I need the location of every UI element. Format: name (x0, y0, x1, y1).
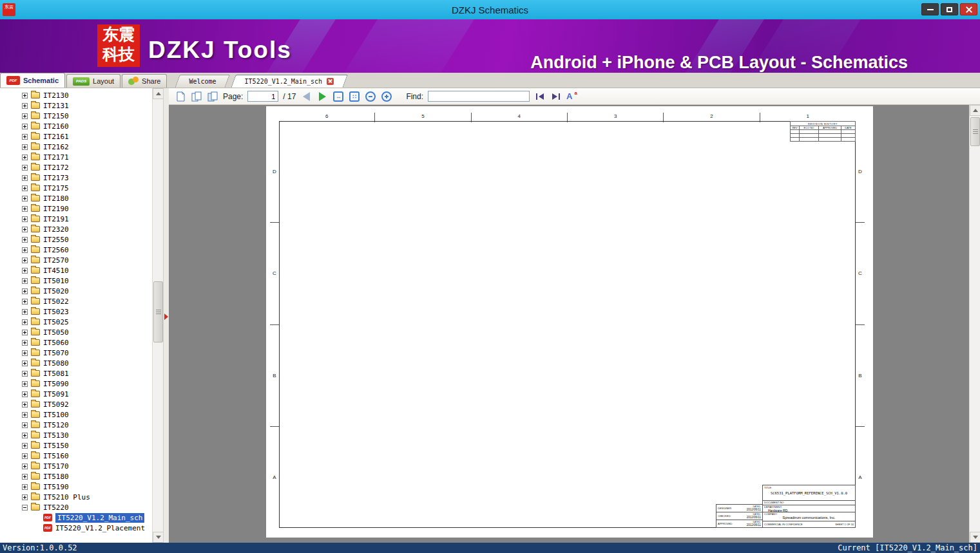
previous-page-button[interactable] (300, 91, 312, 102)
expand-plus-icon[interactable] (22, 237, 28, 243)
tree-folder-item[interactable]: IT5050 (0, 327, 152, 337)
find-next-button[interactable] (550, 91, 562, 102)
tab-share[interactable]: Share (122, 74, 167, 88)
tree-folder-item[interactable]: IT2175 (0, 183, 152, 193)
expand-plus-icon[interactable] (22, 165, 28, 171)
splitter-collapse-arrow[interactable] (164, 314, 168, 320)
scroll-up-button[interactable] (153, 88, 164, 99)
tree-folder-it5220[interactable]: IT5220 (0, 502, 152, 512)
facing-pages-view-icon[interactable] (191, 91, 202, 102)
expand-plus-icon[interactable] (22, 484, 28, 490)
tree-folder-item[interactable]: IT5070 (0, 348, 152, 358)
zoom-in-button[interactable] (381, 91, 392, 102)
expand-plus-icon[interactable] (22, 288, 28, 294)
page-number-input[interactable] (247, 91, 278, 102)
tab-schematic[interactable]: PDF Schematic (0, 73, 65, 88)
tree-folder-item[interactable]: IT2131 (0, 100, 152, 111)
expand-plus-icon[interactable] (22, 93, 28, 98)
tree-folder-item[interactable]: IT2160 (0, 121, 152, 131)
expand-plus-icon[interactable] (22, 309, 28, 315)
schematic-canvas[interactable]: 654321 DCBA DCBA REVISION HISTORY REV EC… (169, 105, 980, 543)
collapse-minus-icon[interactable] (22, 505, 28, 511)
find-input[interactable] (428, 91, 530, 102)
tree-folder-item[interactable]: IT5180 (0, 471, 152, 482)
tree-folder-item[interactable]: IT5120 (0, 420, 152, 430)
expand-plus-icon[interactable] (22, 268, 28, 274)
tree-folder-item[interactable]: IT5150 (0, 440, 152, 451)
expand-plus-icon[interactable] (22, 453, 28, 459)
tree-folder-item[interactable]: IT5160 (0, 451, 152, 461)
tree-folder-item[interactable]: IT5060 (0, 337, 152, 348)
tree-folder-item[interactable]: IT5091 (0, 389, 152, 399)
minimize-button[interactable] (921, 3, 939, 15)
expand-plus-icon[interactable] (22, 391, 28, 397)
close-button[interactable] (960, 3, 977, 15)
doc-tab-welcome[interactable]: Welcome (177, 75, 227, 88)
content-scroll-thumb[interactable] (970, 117, 980, 146)
expand-plus-icon[interactable] (22, 474, 28, 480)
expand-plus-icon[interactable] (22, 258, 28, 263)
expand-plus-icon[interactable] (22, 330, 28, 335)
tree-folder-item[interactable]: IT5100 (0, 409, 152, 420)
tree-folder-item[interactable]: IT2320 (0, 224, 152, 234)
tree-folder-item[interactable]: IT4510 (0, 265, 152, 276)
find-previous-button[interactable] (534, 91, 546, 102)
tree-folder-item[interactable]: IT5022 (0, 296, 152, 306)
tab-close-icon[interactable] (327, 78, 334, 85)
sidebar-splitter[interactable] (163, 88, 169, 543)
expand-plus-icon[interactable] (22, 381, 28, 387)
expand-plus-icon[interactable] (22, 155, 28, 160)
expand-plus-icon[interactable] (22, 278, 28, 284)
continuous-view-icon[interactable] (207, 91, 218, 102)
expand-plus-icon[interactable] (22, 247, 28, 253)
fit-width-button[interactable] (332, 91, 344, 102)
expand-plus-icon[interactable] (22, 340, 28, 346)
content-scrollbar[interactable] (969, 105, 980, 543)
tree-file-placement[interactable]: PDF IT5220_V1.2_Placement (0, 523, 152, 533)
expand-plus-icon[interactable] (22, 371, 28, 377)
tree-folder-item[interactable]: IT5210 Plus (0, 492, 152, 502)
text-size-button[interactable] (566, 91, 578, 102)
tab-layout[interactable]: PADS Layout (66, 74, 120, 88)
expand-plus-icon[interactable] (22, 412, 28, 418)
tree-folder-item[interactable]: IT2171 (0, 152, 152, 162)
tree-folder-item[interactable]: IT2180 (0, 193, 152, 203)
scroll-up-button[interactable] (970, 105, 980, 116)
expand-plus-icon[interactable] (22, 216, 28, 222)
doc-tab-main-sch[interactable]: IT5220_V1.2_Main_sch (233, 75, 345, 88)
expand-plus-icon[interactable] (22, 144, 28, 150)
expand-plus-icon[interactable] (22, 113, 28, 119)
tree-folder-item[interactable]: IT2173 (0, 173, 152, 183)
tree-folder-item[interactable]: IT2191 (0, 214, 152, 224)
tree-folder-item[interactable]: IT5090 (0, 379, 152, 389)
next-page-button[interactable] (316, 91, 328, 102)
tree-folder-item[interactable]: IT5130 (0, 430, 152, 440)
tree-folder-item[interactable]: IT5092 (0, 399, 152, 409)
tree-folder-item[interactable]: IT5190 (0, 482, 152, 492)
tree-folder-item[interactable]: IT2560 (0, 245, 152, 255)
expand-plus-icon[interactable] (22, 124, 28, 129)
sidebar-scrollbar[interactable] (152, 88, 163, 543)
scroll-down-button[interactable] (153, 532, 164, 543)
scroll-down-button[interactable] (970, 532, 980, 543)
zoom-out-button[interactable] (365, 91, 376, 102)
expand-plus-icon[interactable] (22, 196, 28, 202)
expand-plus-icon[interactable] (22, 103, 28, 109)
expand-plus-icon[interactable] (22, 185, 28, 191)
tree-folder-item[interactable]: IT5170 (0, 461, 152, 471)
expand-plus-icon[interactable] (22, 175, 28, 181)
sidebar-scroll-thumb[interactable] (153, 281, 163, 342)
expand-plus-icon[interactable] (22, 319, 28, 325)
tree-folder-item[interactable]: IT2190 (0, 203, 152, 214)
tree-folder-item[interactable]: IT5023 (0, 306, 152, 317)
tree-folder-item[interactable]: IT2161 (0, 131, 152, 142)
tree-folder-item[interactable]: IT5080 (0, 358, 152, 368)
single-page-view-icon[interactable] (175, 91, 186, 102)
tree-folder-item[interactable]: IT2162 (0, 142, 152, 152)
tree-folder-item[interactable]: IT2570 (0, 255, 152, 265)
tree-folder-item[interactable]: IT2550 (0, 234, 152, 245)
tree-file-main-sch[interactable]: PDF IT5220_V1.2_Main_sch (0, 512, 152, 523)
maximize-button[interactable] (941, 3, 958, 15)
fit-page-button[interactable] (349, 91, 360, 102)
expand-plus-icon[interactable] (22, 361, 28, 366)
